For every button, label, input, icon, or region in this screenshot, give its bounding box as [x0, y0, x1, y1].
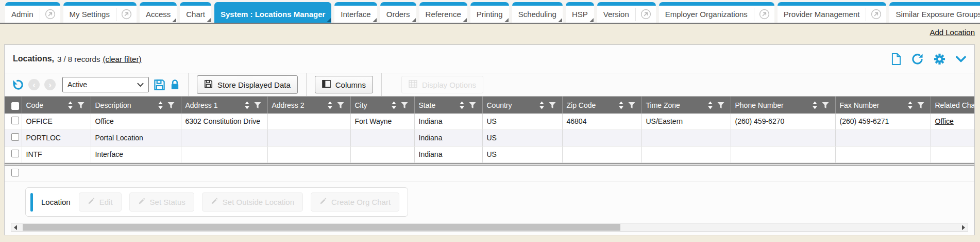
submenu-corner-icon [207, 18, 211, 22]
clear-filter-link[interactable]: (clear filter) [103, 55, 141, 63]
cell-zip [562, 130, 641, 147]
filter-icon[interactable] [401, 102, 408, 109]
cell-code: PORTLOC [22, 130, 91, 147]
sort-icon[interactable] [158, 101, 163, 109]
display-options-button[interactable]: Display Options [401, 76, 483, 93]
tab-my-settings[interactable]: My Settings [63, 2, 137, 23]
column-header-address-2[interactable]: Address 2 [267, 96, 350, 114]
column-label: Country [487, 101, 512, 109]
tab-printing[interactable]: Printing [470, 2, 509, 23]
edit-button[interactable]: Edit [79, 192, 122, 212]
tab-reference[interactable]: Reference [419, 2, 467, 23]
filter-icon[interactable] [254, 102, 261, 109]
external-link-icon[interactable] [754, 8, 774, 21]
tab-admin[interactable]: Admin [5, 2, 60, 23]
scroll-left-arrow[interactable] [14, 225, 17, 230]
tab-employer-organizations[interactable]: Employer Organizations [659, 2, 774, 23]
create-org-chart-button[interactable]: Create Org Chart [311, 192, 399, 212]
scroll-right-arrow[interactable] [962, 225, 965, 230]
row-checkbox[interactable] [11, 150, 19, 157]
set-outside-location-button[interactable]: Set Outside Location [202, 192, 303, 212]
column-header-country[interactable]: Country [482, 96, 562, 114]
column-header-address-1[interactable]: Address 1 [181, 96, 267, 114]
save-view-icon[interactable] [154, 79, 165, 91]
tab-access[interactable]: Access [140, 2, 177, 23]
filter-icon[interactable] [917, 102, 924, 109]
cell-fax [835, 147, 931, 163]
column-header-description[interactable]: Description [91, 96, 181, 114]
filter-icon[interactable] [167, 102, 175, 109]
sort-icon[interactable] [539, 101, 545, 109]
cell-fax: (260) 459-6271 [835, 114, 931, 130]
cell-phone [731, 130, 835, 147]
sort-icon[interactable] [244, 101, 250, 109]
filter-icon[interactable] [549, 102, 556, 109]
tab-interface[interactable]: Interface [334, 2, 377, 23]
column-header-fax-number[interactable]: Fax Number [835, 96, 931, 114]
sort-icon[interactable] [459, 101, 465, 109]
sort-icon[interactable] [907, 101, 913, 109]
column-header-city[interactable]: City [350, 96, 414, 114]
undo-icon[interactable] [11, 78, 24, 91]
display-options-label: Display Options [422, 80, 476, 89]
sort-icon[interactable] [707, 101, 713, 109]
column-header-zip-code[interactable]: Zip Code [562, 96, 641, 114]
tab-similar-exposure-groups-segs[interactable]: Similar Exposure Groups (SEGs) [889, 2, 980, 23]
store-displayed-data-button[interactable]: Store Displayed Data [197, 75, 298, 94]
scrollbar-thumb[interactable] [23, 224, 620, 231]
add-location-link[interactable]: Add Location [930, 28, 975, 37]
refresh-icon[interactable] [911, 53, 923, 65]
tab-scheduling[interactable]: Scheduling [512, 2, 563, 23]
gear-icon[interactable] [934, 53, 945, 65]
filter-icon[interactable] [822, 102, 829, 109]
external-link-icon[interactable] [635, 8, 656, 21]
row-checkbox[interactable] [11, 133, 19, 141]
column-header-time-zone[interactable]: Time Zone [641, 96, 731, 114]
lock-icon[interactable] [170, 79, 180, 91]
sort-icon[interactable] [812, 101, 818, 109]
tab-version[interactable]: Version [597, 2, 656, 23]
nav-forward-icon[interactable]: › [44, 79, 56, 90]
column-header-phone-number[interactable]: Phone Number [731, 96, 835, 114]
tab-chart[interactable]: Chart [180, 2, 211, 23]
tab-system-locations-manager[interactable]: System : Locations Manager [214, 2, 331, 23]
filter-icon[interactable] [469, 102, 476, 109]
sort-icon[interactable] [618, 101, 624, 109]
tab-provider-management[interactable]: Provider Management [778, 2, 887, 23]
column-header-code[interactable]: Code [22, 96, 91, 114]
nav-back-icon[interactable]: ‹ [28, 79, 40, 90]
horizontal-scrollbar[interactable] [11, 223, 968, 232]
locations-panel: Locations, 3 / 8 records (clear filter) [4, 44, 975, 235]
action-button-label: Create Org Chart [331, 198, 391, 206]
toolbar-divider [306, 73, 307, 96]
sort-icon[interactable] [67, 101, 73, 109]
filter-icon[interactable] [628, 102, 635, 109]
external-link-icon[interactable] [116, 8, 137, 21]
related-chart-link[interactable]: Office [935, 117, 954, 125]
filter-icon[interactable] [337, 102, 344, 109]
filter-icon[interactable] [717, 102, 724, 109]
status-filter-select[interactable]: Active [62, 77, 149, 92]
select-all-checkbox[interactable] [11, 102, 19, 110]
filter-icon[interactable] [77, 102, 85, 109]
set-status-button[interactable]: Set Status [129, 192, 194, 212]
sort-icon[interactable] [327, 101, 333, 109]
panel-header: Locations, 3 / 8 records (clear filter) [5, 45, 974, 73]
tab-hsp[interactable]: HSP [566, 2, 594, 23]
action-button-label: Set Outside Location [223, 198, 294, 206]
column-label: State [419, 101, 436, 109]
collapse-chevron-icon[interactable] [956, 56, 966, 62]
table-row: OFFICEOffice6302 Constitution DriveFort … [5, 114, 974, 130]
sort-icon[interactable] [391, 101, 397, 109]
external-link-icon[interactable] [40, 8, 60, 21]
external-link-icon[interactable] [866, 8, 886, 21]
new-document-icon[interactable] [891, 53, 901, 65]
submenu-corner-icon [327, 18, 331, 22]
row-checkbox[interactable] [11, 117, 19, 124]
tab-orders[interactable]: Orders [380, 2, 416, 23]
column-header-state[interactable]: State [414, 96, 482, 114]
column-header-related-cha[interactable]: Related Cha [931, 96, 974, 114]
columns-button[interactable]: Columns [315, 76, 373, 93]
tab-label: Version [597, 6, 635, 22]
footer-checkbox[interactable] [11, 169, 19, 176]
